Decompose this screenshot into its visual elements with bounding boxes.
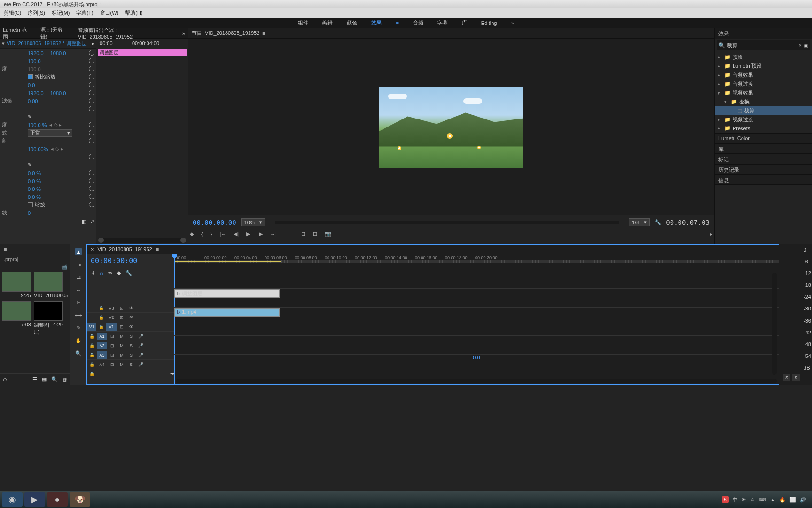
go-to-end-icon[interactable]: ⇥ xyxy=(170,371,174,377)
chevron-icon[interactable]: ▸ xyxy=(718,125,722,131)
ime-icon[interactable]: S xyxy=(722,496,729,503)
property-value[interactable]: 0.0 % xyxy=(28,170,41,176)
tray-icon[interactable]: 🔥 xyxy=(779,497,786,503)
property-value[interactable]: 0.0 % xyxy=(28,194,41,200)
track-label[interactable]: V2 xyxy=(106,314,117,321)
effects-tree-item[interactable]: ▸📁Lumetri 预设 xyxy=(715,62,812,71)
vertical-scrollbar[interactable] xyxy=(772,273,777,375)
chevron-icon[interactable]: ▾ xyxy=(724,99,729,105)
reset-icon[interactable] xyxy=(89,98,94,104)
chevron-icon[interactable]: ▸ xyxy=(718,63,722,69)
reset-icon[interactable] xyxy=(89,194,94,200)
sync-lock-icon[interactable]: ⊡ xyxy=(117,304,126,312)
list-view-icon[interactable]: ☰ xyxy=(32,376,37,382)
menu-item[interactable]: 序列(S) xyxy=(28,9,45,17)
marker-icon[interactable]: ◆ xyxy=(117,270,121,276)
mic-icon[interactable]: 🎤 xyxy=(136,333,145,340)
panel-menu-icon[interactable]: ≡ xyxy=(4,246,7,252)
effects-tree-item[interactable]: ▾📁视频效果 xyxy=(715,88,812,97)
camera-icon[interactable]: 📹 xyxy=(61,264,68,270)
sync-lock-icon[interactable]: ⊡ xyxy=(117,314,126,321)
effects-tree-item[interactable]: ▸📁Presets xyxy=(715,124,812,132)
panel-section[interactable]: 历史记录 xyxy=(715,164,812,175)
clip-adjustment-layer[interactable]: fx 调整图层 xyxy=(174,289,280,298)
lock-icon[interactable]: 🔒 xyxy=(87,333,96,340)
panel-section[interactable]: 信息 xyxy=(715,175,812,185)
property-value[interactable]: 0 xyxy=(28,210,31,216)
track-label[interactable]: V3 xyxy=(106,304,117,312)
program-viewport[interactable] xyxy=(188,39,714,215)
snap-icon[interactable]: ⊰ xyxy=(91,270,95,276)
reset-icon[interactable] xyxy=(89,122,94,128)
solo-button[interactable]: S xyxy=(127,342,135,349)
search-icon[interactable]: 🔍 xyxy=(51,376,58,382)
reset-icon[interactable] xyxy=(89,106,94,112)
lock-icon[interactable]: 🔒 xyxy=(87,370,96,378)
eye-icon[interactable]: 👁 xyxy=(127,304,135,312)
checkbox[interactable] xyxy=(28,202,33,207)
property-value[interactable]: 1920.0 xyxy=(28,50,44,56)
wrench-icon[interactable]: 🔧 xyxy=(655,219,661,225)
sync-lock-icon[interactable]: ⊡ xyxy=(108,333,117,340)
reset-icon[interactable] xyxy=(89,74,94,80)
panel-overflow-icon[interactable]: » xyxy=(182,31,185,36)
workspace-menu-icon[interactable]: ≡ xyxy=(396,20,398,26)
property-value[interactable]: 0.0 % xyxy=(28,178,41,184)
rate-stretch-tool-icon[interactable]: ↔ xyxy=(76,287,81,293)
menu-item[interactable]: 窗口(W) xyxy=(100,9,119,17)
playhead[interactable] xyxy=(98,39,98,244)
property-value[interactable]: 0.0 xyxy=(28,82,35,88)
reset-icon[interactable] xyxy=(89,58,94,64)
magnet-icon[interactable]: ∩ xyxy=(100,270,103,276)
chevron-right-icon[interactable]: ▸ xyxy=(92,40,94,47)
quality-dropdown[interactable]: 1/8▾ xyxy=(629,218,650,226)
icon-view-icon[interactable]: ▦ xyxy=(42,376,47,382)
panel-menu-icon[interactable]: ≡ xyxy=(262,31,265,36)
reset-icon[interactable] xyxy=(89,138,94,144)
eye-icon[interactable]: 👁 xyxy=(127,314,135,321)
mic-icon[interactable]: 🎤 xyxy=(136,342,145,349)
go-to-out-icon[interactable]: →| xyxy=(270,231,277,237)
eye-icon[interactable]: 👁 xyxy=(127,323,135,331)
volume-icon[interactable]: 🔊 xyxy=(800,497,806,503)
track-label[interactable]: A4 xyxy=(97,361,107,368)
property-value[interactable]: 100.0 xyxy=(28,66,41,72)
property-value[interactable]: 1080.0 xyxy=(50,50,66,56)
menu-item[interactable]: 帮助(H) xyxy=(125,9,142,17)
workspace-tab[interactable]: 编辑 xyxy=(322,19,333,26)
reset-icon[interactable] xyxy=(89,66,94,72)
blend-mode-dropdown[interactable]: 正常▾ xyxy=(28,129,72,137)
ime-lang[interactable]: 中 xyxy=(733,496,738,503)
pen-icon[interactable]: ✎ xyxy=(28,114,32,120)
mic-icon[interactable]: 🎤 xyxy=(136,351,145,359)
scrollbar[interactable] xyxy=(98,238,186,243)
tray-icon[interactable]: ▲ xyxy=(770,497,775,502)
property-value[interactable]: 1080.0 xyxy=(50,90,66,96)
solo-button[interactable]: S xyxy=(783,374,790,381)
workspace-tab[interactable]: Editing xyxy=(481,20,497,26)
track-label[interactable]: V1 xyxy=(106,323,117,331)
extract-icon[interactable]: ⊞ xyxy=(313,231,317,237)
panel-section[interactable]: 标记 xyxy=(715,154,812,164)
sync-lock-icon[interactable]: ⊡ xyxy=(108,361,117,368)
add-button-icon[interactable]: + xyxy=(710,231,712,237)
sync-lock-icon[interactable]: ⊡ xyxy=(108,351,117,359)
taskbar-app-icon[interactable]: ● xyxy=(47,492,68,507)
workspace-overflow-icon[interactable]: » xyxy=(511,20,514,26)
property-value[interactable]: 100.0 xyxy=(28,58,41,64)
solo-button[interactable]: S xyxy=(127,333,135,340)
tray-icon[interactable]: ⬜ xyxy=(789,497,796,503)
mute-button[interactable]: M xyxy=(117,351,126,359)
effects-tree-item[interactable]: ▸📁音频过渡 xyxy=(715,79,812,88)
pen-icon[interactable]: ✎ xyxy=(28,162,32,168)
chevron-icon[interactable]: ▸ xyxy=(718,81,722,87)
effects-tree-item[interactable]: ▸📁视频过渡 xyxy=(715,115,812,124)
filter-icon[interactable]: ◇ xyxy=(3,376,7,382)
property-value[interactable]: 0.0 % xyxy=(28,186,41,192)
zoom-dropdown[interactable]: 10%▾ xyxy=(241,218,265,226)
reset-icon[interactable] xyxy=(89,50,94,56)
project-item[interactable]: 调整图层4:29 xyxy=(34,301,63,336)
mute-button[interactable]: M xyxy=(117,342,126,349)
track-target[interactable] xyxy=(87,304,96,312)
keyframe-nav[interactable]: ◂ ◇ ▸ xyxy=(49,122,62,128)
